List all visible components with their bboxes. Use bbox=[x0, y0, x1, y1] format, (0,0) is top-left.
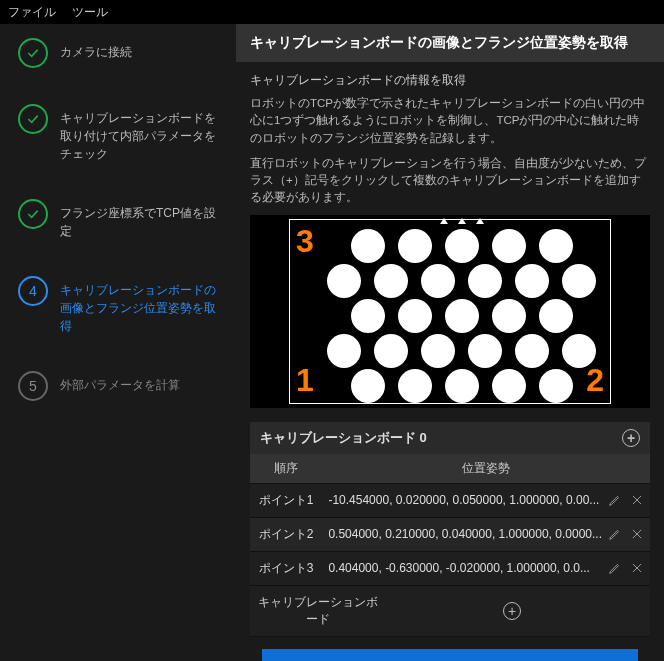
content-body: キャリブレーションボードの情報を取得 ロボットのTCPが数字で示されたキャリブレ… bbox=[236, 62, 664, 661]
calib-dot bbox=[398, 369, 432, 403]
col-order: 順序 bbox=[250, 454, 322, 484]
step-3[interactable]: フランジ座標系でTCP値を設定 bbox=[18, 199, 226, 240]
calib-dot bbox=[327, 264, 361, 298]
menu-file[interactable]: ファイル bbox=[8, 4, 56, 21]
table-row: ポイント1 -10.454000, 0.020000, 0.050000, 1.… bbox=[250, 483, 650, 517]
description-2: 直行ロボットのキャリブレーションを行う場合、自由度が少ないため、プラス（+）記号… bbox=[250, 155, 650, 207]
calib-dot bbox=[351, 229, 385, 263]
triangle-icon bbox=[458, 218, 466, 224]
calib-dot bbox=[421, 264, 455, 298]
step-1[interactable]: カメラに接続 bbox=[18, 38, 226, 68]
step-1-label: カメラに接続 bbox=[60, 38, 132, 61]
sidebar: カメラに接続 キャリブレーションボードを取り付けて内部パラメータをチェック フラ… bbox=[0, 24, 236, 661]
calib-dot bbox=[515, 264, 549, 298]
subtitle: キャリブレーションボードの情報を取得 bbox=[250, 72, 650, 89]
cell-pose: -10.454000, 0.020000, 0.050000, 1.000000… bbox=[328, 493, 602, 507]
step-2-label: キャリブレーションボードを取り付けて内部パラメータをチェック bbox=[60, 104, 226, 163]
description-1: ロボットのTCPが数字で示されたキャリブレーションボードの白い円の中心に1つずつ… bbox=[250, 95, 650, 147]
calib-dot bbox=[398, 229, 432, 263]
calib-dot bbox=[539, 369, 573, 403]
check-icon bbox=[18, 104, 48, 134]
check-icon bbox=[18, 38, 48, 68]
add-board-label: キャリブレーションボード bbox=[256, 594, 380, 628]
calib-dot bbox=[351, 299, 385, 333]
delete-icon[interactable] bbox=[630, 527, 644, 541]
step-3-label: フランジ座標系でTCP値を設定 bbox=[60, 199, 226, 240]
col-pose: 位置姿勢 bbox=[322, 454, 650, 484]
step-5[interactable]: 5 外部パラメータを計算 bbox=[18, 371, 226, 401]
calib-dot bbox=[539, 229, 573, 263]
menubar: ファイル ツール bbox=[0, 0, 664, 24]
step-number-icon: 4 bbox=[18, 276, 48, 306]
edit-icon[interactable] bbox=[608, 493, 622, 507]
step-5-label: 外部パラメータを計算 bbox=[60, 371, 180, 394]
cell-order: ポイント3 bbox=[250, 551, 322, 585]
board-number-3: 3 bbox=[296, 223, 314, 260]
calib-dot bbox=[562, 264, 596, 298]
calib-dot bbox=[445, 229, 479, 263]
calib-dot bbox=[492, 369, 526, 403]
delete-icon[interactable] bbox=[630, 493, 644, 507]
calibration-image-wrap: 1 2 3 bbox=[250, 215, 650, 408]
calib-dot bbox=[374, 334, 408, 368]
add-board-plus-icon[interactable]: + bbox=[503, 602, 521, 620]
page-title: キャリブレーションボードの画像とフランジ位置姿勢を取得 bbox=[236, 24, 664, 62]
step-2[interactable]: キャリブレーションボードを取り付けて内部パラメータをチェック bbox=[18, 104, 226, 163]
calib-dot bbox=[445, 369, 479, 403]
calib-dot bbox=[492, 229, 526, 263]
edit-icon[interactable] bbox=[608, 561, 622, 575]
board-number-2: 2 bbox=[586, 362, 604, 399]
calib-dot bbox=[468, 334, 502, 368]
calibration-board-image: 1 2 3 bbox=[289, 219, 611, 404]
calib-dot bbox=[445, 299, 479, 333]
edit-icon[interactable] bbox=[608, 527, 622, 541]
menu-tool[interactable]: ツール bbox=[72, 4, 108, 21]
points-table: 順序 位置姿勢 ポイント1 -10.454000, 0.020000, 0.05… bbox=[250, 454, 650, 586]
footer: データを更新 bbox=[250, 637, 650, 662]
cell-pose: 0.504000, 0.210000, 0.040000, 1.000000, … bbox=[328, 527, 602, 541]
table-row: ポイント3 0.404000, -0.630000, -0.020000, 1.… bbox=[250, 551, 650, 585]
board-number-1: 1 bbox=[296, 362, 314, 399]
calib-dot bbox=[421, 334, 455, 368]
cell-pose: 0.404000, -0.630000, -0.020000, 1.000000… bbox=[328, 561, 602, 575]
cell-order: ポイント2 bbox=[250, 517, 322, 551]
update-data-button[interactable]: データを更新 bbox=[262, 649, 638, 662]
board-section-title: キャリブレーションボード 0 bbox=[260, 429, 427, 447]
triangle-icon bbox=[440, 218, 448, 224]
calib-dot bbox=[327, 334, 361, 368]
calib-dot bbox=[351, 369, 385, 403]
calib-dot bbox=[515, 334, 549, 368]
check-icon bbox=[18, 199, 48, 229]
main: カメラに接続 キャリブレーションボードを取り付けて内部パラメータをチェック フラ… bbox=[0, 24, 664, 661]
add-board-icon[interactable]: + bbox=[622, 429, 640, 447]
calib-dot bbox=[374, 264, 408, 298]
calib-dot bbox=[492, 299, 526, 333]
triangle-icon bbox=[476, 218, 484, 224]
table-row: ポイント2 0.504000, 0.210000, 0.040000, 1.00… bbox=[250, 517, 650, 551]
add-board-row: キャリブレーションボード + bbox=[250, 586, 650, 637]
step-4-label: キャリブレーションボードの画像とフランジ位置姿勢を取得 bbox=[60, 276, 226, 335]
step-4[interactable]: 4 キャリブレーションボードの画像とフランジ位置姿勢を取得 bbox=[18, 276, 226, 335]
delete-icon[interactable] bbox=[630, 561, 644, 575]
cell-order: ポイント1 bbox=[250, 483, 322, 517]
calib-dot bbox=[539, 299, 573, 333]
calib-dot bbox=[468, 264, 502, 298]
board-section-header: キャリブレーションボード 0 + bbox=[250, 422, 650, 454]
content: キャリブレーションボードの画像とフランジ位置姿勢を取得 キャリブレーションボード… bbox=[236, 24, 664, 661]
step-number-icon: 5 bbox=[18, 371, 48, 401]
calib-dot bbox=[398, 299, 432, 333]
